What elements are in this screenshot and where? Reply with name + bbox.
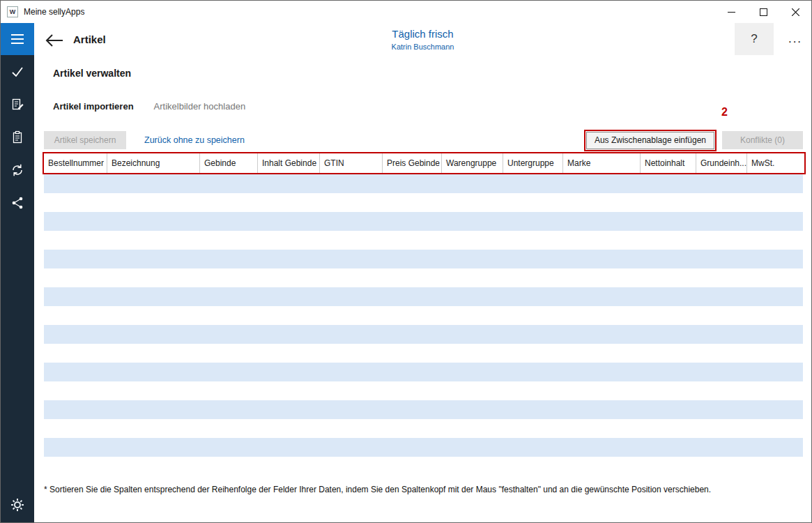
column-header[interactable]: Grundeinh... bbox=[696, 153, 747, 173]
column-header[interactable]: Preis Gebinde bbox=[383, 153, 442, 173]
minimize-button[interactable] bbox=[715, 1, 747, 23]
column-header[interactable]: Bezeichnung bbox=[107, 153, 200, 173]
sidebar bbox=[1, 23, 34, 523]
minimize-icon bbox=[728, 8, 735, 16]
column-header[interactable]: Gebinde bbox=[200, 153, 258, 173]
clipboard-icon bbox=[10, 130, 24, 144]
app-window: W Meine sellyApps bbox=[0, 0, 812, 523]
annotation-marker-2: 2 bbox=[721, 106, 728, 119]
maximize-button[interactable] bbox=[747, 1, 779, 23]
conflicts-button[interactable]: Konflikte (0) bbox=[722, 131, 803, 149]
close-icon bbox=[792, 8, 799, 16]
column-header[interactable]: Inhalt Gebinde bbox=[258, 153, 320, 173]
sidebar-item-articles[interactable] bbox=[1, 121, 34, 153]
account-header: Täglich frisch Katrin Buschmann bbox=[34, 28, 811, 51]
tab-artikelbilder-hochladen[interactable]: Artikelbilder hochladen bbox=[154, 101, 246, 112]
sidebar-item-sync[interactable] bbox=[1, 153, 34, 186]
sort-hint-note: * Sortieren Sie die Spalten entsprechend… bbox=[44, 485, 711, 494]
table-row bbox=[44, 268, 803, 287]
back-without-saving-link[interactable]: Zurück ohne zu speichern bbox=[144, 135, 245, 145]
column-header[interactable]: GTIN bbox=[320, 153, 383, 173]
table-row bbox=[44, 325, 803, 344]
check-icon bbox=[10, 65, 24, 79]
more-button[interactable]: ... bbox=[780, 27, 811, 51]
column-header[interactable]: Bestellnummer bbox=[44, 153, 107, 173]
tab-bar: Artikel importieren Artikelbilder hochla… bbox=[53, 101, 245, 112]
table-row bbox=[44, 231, 803, 250]
section-title: Artikel verwalten bbox=[53, 68, 131, 79]
column-header[interactable]: MwSt. bbox=[747, 153, 804, 173]
app-icon: W bbox=[7, 6, 18, 17]
toolbar: Artikel speichern Zurück ohne zu speiche… bbox=[44, 130, 803, 151]
table-row bbox=[44, 287, 803, 306]
table-row bbox=[44, 438, 803, 457]
sidebar-item-orders[interactable] bbox=[1, 88, 34, 121]
table-row bbox=[44, 193, 803, 212]
column-header[interactable]: Warengruppe bbox=[442, 153, 503, 173]
main-content: Artikel Täglich frisch Katrin Buschmann … bbox=[34, 23, 811, 523]
paste-annotation-box: Aus Zwischenablage einfügen bbox=[584, 130, 717, 151]
table-row bbox=[44, 344, 803, 363]
window-controls bbox=[715, 1, 811, 23]
table-row bbox=[44, 419, 803, 438]
gear-icon bbox=[10, 497, 25, 513]
titlebar: W Meine sellyApps bbox=[1, 1, 811, 23]
table-row bbox=[44, 400, 803, 419]
table-row bbox=[44, 363, 803, 381]
column-header[interactable]: Marke bbox=[563, 153, 641, 173]
maximize-icon bbox=[760, 8, 767, 16]
close-button[interactable] bbox=[779, 1, 811, 23]
table-row bbox=[44, 457, 803, 476]
table-row bbox=[44, 174, 803, 193]
hamburger-icon bbox=[11, 34, 24, 36]
save-articles-button[interactable]: Artikel speichern bbox=[44, 131, 126, 149]
titlebar-left: W Meine sellyApps bbox=[1, 6, 84, 17]
column-header[interactable]: Nettoinhalt bbox=[641, 153, 696, 173]
ellipsis-icon: ... bbox=[788, 32, 802, 46]
table-row bbox=[44, 212, 803, 231]
table-row bbox=[44, 250, 803, 268]
paste-from-clipboard-button[interactable]: Aus Zwischenablage einfügen bbox=[586, 132, 714, 149]
table-row bbox=[44, 306, 803, 325]
company-name[interactable]: Täglich frisch bbox=[34, 28, 811, 40]
sidebar-item-settings[interactable] bbox=[1, 489, 34, 521]
user-name: Katrin Buschmann bbox=[34, 43, 811, 51]
sidebar-item-confirm[interactable] bbox=[1, 55, 34, 88]
help-button[interactable]: ? bbox=[735, 23, 774, 55]
sidebar-item-share[interactable] bbox=[1, 186, 34, 219]
sidebar-spacer bbox=[1, 219, 34, 489]
table-header-row: BestellnummerBezeichnungGebindeInhalt Ge… bbox=[43, 152, 806, 174]
table-row bbox=[44, 381, 803, 400]
edit-document-icon bbox=[10, 98, 24, 112]
help-icon: ? bbox=[751, 32, 757, 46]
table-body bbox=[44, 174, 803, 476]
share-icon bbox=[10, 196, 24, 210]
hamburger-menu-button[interactable] bbox=[1, 23, 34, 55]
sync-icon bbox=[10, 163, 24, 177]
column-header[interactable]: Untergruppe bbox=[503, 153, 563, 173]
tab-artikel-importieren[interactable]: Artikel importieren bbox=[53, 101, 134, 112]
window-title: Meine sellyApps bbox=[24, 7, 84, 17]
